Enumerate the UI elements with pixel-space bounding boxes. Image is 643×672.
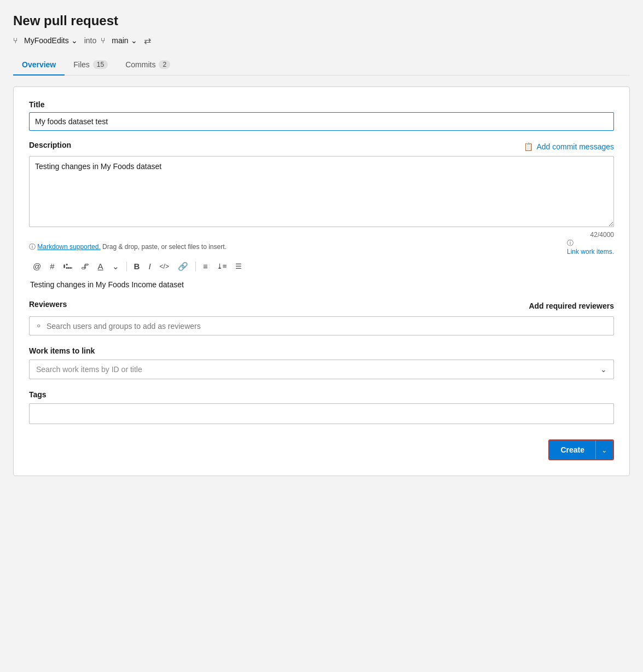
reviewers-input-wrap[interactable]: ⚬ — [29, 316, 614, 335]
tags-label: Tags — [29, 390, 614, 399]
italic-button[interactable]: I — [144, 260, 154, 273]
description-label: Description — [29, 141, 71, 149]
person-icon: ⚬ — [35, 321, 42, 331]
source-branch-button[interactable]: MyFoodEdits ⌄ — [22, 35, 80, 46]
info-icon-right: ⓘ — [567, 239, 574, 247]
work-items-label: Work items to link — [29, 346, 614, 355]
tab-commits-badge: 2 — [159, 60, 170, 69]
link-work-items-area: ⓘ Link work items. — [567, 239, 614, 256]
tab-files-label: Files — [73, 60, 90, 69]
numbered-list-button[interactable]: ⤓≡ — [213, 260, 231, 272]
hyperlink-button[interactable]: 🔗 — [174, 260, 192, 273]
markdown-info: ⓘ Markdown supported. Drag & drop, paste… — [29, 242, 227, 252]
source-branch-icon: ⑂ — [13, 36, 18, 45]
markdown-suffix: Drag & drop, paste, or select files to i… — [102, 243, 227, 251]
create-dropdown-icon: ⌄ — [601, 446, 607, 454]
branch-into-label: into — [84, 36, 97, 45]
hash-button[interactable]: # — [46, 260, 58, 273]
work-items-chevron-icon: ⌄ — [600, 365, 607, 374]
tab-overview[interactable]: Overview — [13, 55, 65, 76]
main-form-card: Title Description 📋 Add commit messages … — [13, 86, 630, 476]
target-branch-chevron: ⌄ — [131, 36, 137, 45]
source-branch-chevron: ⌄ — [71, 36, 78, 45]
tab-overview-label: Overview — [22, 60, 56, 69]
mention-button[interactable]: @ — [29, 260, 45, 273]
description-textarea[interactable]: Testing changes in My Foods dataset — [29, 156, 614, 227]
format-chevron-button[interactable]: ⌄ — [108, 260, 123, 273]
code-button[interactable]: </> — [156, 261, 173, 272]
add-required-reviewers-link[interactable]: Add required reviewers — [529, 302, 614, 310]
title-label: Title — [29, 100, 614, 109]
create-button-group: Create ⌄ — [548, 439, 614, 460]
target-branch-label: main — [112, 36, 128, 45]
markdown-info-row: ⓘ Markdown supported. Drag & drop, paste… — [29, 239, 614, 256]
bold-button[interactable]: B — [130, 260, 144, 273]
link-work-items-link[interactable]: Link work items. — [567, 248, 614, 256]
clipboard-icon: 📋 — [524, 142, 533, 151]
create-dropdown-button[interactable]: ⌄ — [595, 441, 613, 459]
create-button[interactable]: Create — [549, 441, 595, 459]
branch-selector: ⑂ MyFoodEdits ⌄ into ⑂ main ⌄ ⇄ — [13, 35, 630, 46]
info-icon: ⓘ — [29, 243, 36, 251]
add-commit-messages-button[interactable]: 📋 Add commit messages — [524, 142, 614, 151]
swap-branches-icon[interactable]: ⇄ — [144, 36, 151, 46]
page-title: New pull request — [13, 13, 630, 28]
work-items-dropdown[interactable]: Search work items by ID or title ⌄ — [29, 360, 614, 379]
bullet-list-button[interactable]: ≡ — [199, 260, 212, 273]
task-list-button[interactable]: ☰ — [231, 260, 246, 272]
tabs-bar: Overview Files 15 Commits 2 — [13, 55, 630, 76]
attach-button[interactable]: ⑆⑉ — [60, 260, 76, 272]
create-button-row: Create ⌄ — [29, 439, 614, 460]
source-branch-label: MyFoodEdits — [24, 36, 69, 45]
tab-files-badge: 15 — [93, 60, 108, 69]
toolbar-separator-2 — [195, 262, 196, 271]
commit-preview-text: Testing changes in My Foods Income datas… — [29, 280, 614, 289]
char-count: 42/4000 — [29, 231, 614, 239]
reviewers-search-input[interactable] — [47, 322, 608, 331]
tags-input[interactable] — [29, 403, 614, 424]
tab-files[interactable]: Files 15 — [65, 55, 117, 76]
title-input[interactable] — [29, 112, 614, 131]
reviewers-label: Reviewers — [29, 300, 67, 309]
format-text-button[interactable]: A — [94, 260, 107, 273]
target-branch-icon: ⑂ — [101, 36, 105, 45]
markdown-supported-link[interactable]: Markdown supported. — [37, 243, 100, 251]
tab-commits-label: Commits — [125, 60, 155, 69]
target-branch-button[interactable]: main ⌄ — [109, 35, 139, 46]
description-header: Description 📋 Add commit messages — [29, 141, 614, 153]
add-commit-btn-label: Add commit messages — [536, 142, 614, 151]
toolbar-separator-1 — [126, 262, 127, 271]
clip-button[interactable]: 🖇 — [77, 260, 93, 273]
work-items-placeholder: Search work items by ID or title — [36, 365, 142, 374]
formatting-toolbar: @ # ⑆⑉ 🖇 A ⌄ B I </> 🔗 ≡ ⤓≡ ☰ — [29, 260, 614, 273]
reviewers-section-header: Reviewers Add required reviewers — [29, 300, 614, 312]
tab-commits[interactable]: Commits 2 — [117, 55, 179, 76]
